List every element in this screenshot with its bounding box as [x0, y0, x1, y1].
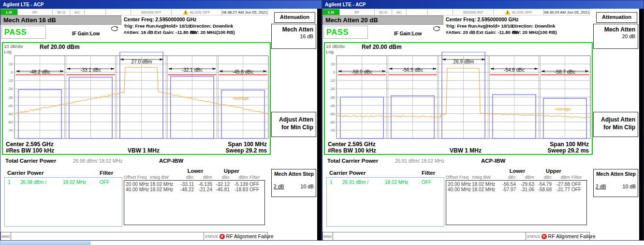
warning-icon: [505, 10, 510, 15]
lower-group-header: Lower: [499, 168, 536, 174]
status-area: STATUS RF Alignment Failure: [204, 232, 268, 241]
lxi-indicator: LXI: [0, 9, 18, 15]
carrier-index: 1: [330, 180, 342, 185]
offset-cell: -57.97: [499, 187, 517, 193]
svg-text:Average: Average: [233, 96, 249, 101]
bw-info: BW: 20 MHz(100 RB): [190, 30, 235, 35]
svg-text:-48.2 dBc: -48.2 dBc: [29, 69, 50, 75]
spectrum-window: 10 dB/div Log Ref 20.00 dBm 100-10-20-30…: [2, 42, 271, 155]
offset-cell: -54.79: [536, 181, 553, 187]
scale-per-div-label: 10 dB/div: [326, 44, 345, 49]
offset-cell: -33.11: [177, 181, 195, 187]
softkey-mech-atten-step[interactable]: Mech Atten Step 2 dB 10 dB: [593, 169, 638, 197]
status-impedance: 50 Ω: [375, 9, 392, 15]
col-header: Offset Freq: [124, 174, 150, 181]
offset-cell: 18.02 MHz: [150, 181, 177, 187]
total-carrier-power-label: Total Carrier Power: [327, 158, 378, 164]
col-header: Offset Freq: [446, 174, 472, 181]
scale-per-div-label: 10 dB/div: [4, 44, 23, 49]
span-annotation: Span 100 MHz: [550, 141, 589, 148]
status-align: ALIGN OFF: [172, 9, 222, 15]
softkey-adjust-atten[interactable]: Adjust Atten for Min Clip: [271, 112, 316, 137]
status-message: RF Alignment Failure: [226, 233, 274, 239]
message-bar: MSG STATUS RF Alignment Failure: [322, 232, 590, 241]
offset-cell: -56.54: [499, 181, 517, 187]
softkey-mech-atten[interactable]: Mech Atten 20 dB: [593, 24, 638, 49]
svg-text:-58.7 dBc: -58.7 dBc: [555, 69, 575, 75]
carrier-power-header: Carrier Power: [7, 170, 44, 176]
align-off-text: ALIGN OFF: [190, 10, 210, 15]
softkey-menu-title: Attenuation: [596, 12, 637, 23]
avg-hold-info: Avg|Hold> 10/10: [155, 23, 190, 29]
offset-cell: -6.135: [195, 181, 214, 187]
softkey-menu-title: Attenuation: [274, 12, 315, 23]
step-option-10db[interactable]: 10 dB: [623, 184, 636, 189]
col-header: dBc: [536, 174, 553, 181]
offset-cell: -29.63: [517, 181, 536, 187]
atten-info: #Atten: 16 dB: [124, 30, 153, 35]
carrier-row: 1 26.91 dBm / 18.02 MHz OFF: [330, 180, 441, 185]
col-header: dBm: [517, 174, 536, 181]
trigger-info: Trig: Free Run: [124, 23, 155, 29]
offset-cell: -31.77: [553, 187, 571, 193]
mech-atten-step-label: Mech Atten Step: [596, 171, 636, 177]
offset-cell: 40.00 MHz: [124, 187, 150, 193]
offset-cell: -27.88: [553, 181, 571, 187]
mech-atten-value: 20 dB: [596, 33, 635, 39]
offset-cell: OFF: [571, 187, 585, 193]
step-option-10db[interactable]: 10 dB: [301, 184, 314, 189]
svg-text:-10: -10: [7, 78, 13, 83]
softkey-mech-atten-step[interactable]: Mech Atten Step 2 dB 10 dB: [271, 169, 316, 197]
offset-cell: 18.02 MHz: [472, 187, 499, 193]
bw-row: #Res BW 100 kHz VBW 1 MHz Sweep 29.2 ms: [3, 147, 270, 153]
svg-text:-70: -70: [329, 128, 335, 133]
status-blank-2: [428, 9, 453, 15]
ref-level-label: Ref 20.00 dBm: [40, 44, 80, 50]
col-header: Filter: [571, 174, 585, 181]
window-titlebar[interactable]: Agilent LTE - ACP: [322, 0, 644, 9]
window-titlebar[interactable]: Agilent LTE - ACP: [0, 0, 322, 9]
softkey-mech-atten[interactable]: Mech Atten 16 dB: [271, 24, 316, 49]
spectrum-chart: 100-10-20-30-40-50-60-70Average-48.2 dBc…: [3, 52, 270, 141]
lxi-indicator: LXI: [322, 9, 340, 15]
center-freq-info: Center Freq: 2.595000000 GHz: [446, 16, 519, 22]
status-align: ALIGN OFF: [494, 9, 544, 15]
offset-table: Lower Upper Offset Freq Integ BW dBc dBm…: [446, 168, 587, 193]
total-carrier-power-value: 26.98 dBm/ 18.02 MHz: [73, 158, 122, 164]
col-header: dBc: [214, 174, 231, 181]
direction-info: Direction: Downlink: [190, 23, 233, 29]
softkey-adjust-atten[interactable]: Adjust Atten for Min Clip: [593, 112, 638, 137]
upper-group-header: Upper: [214, 168, 249, 174]
analyzer-screen-1: Agilent LTE - ACP LXI RF 50 Ω AC SENSE:I…: [322, 0, 644, 241]
offset-cell: 40.00 MHz: [446, 187, 472, 193]
window-title: Agilent LTE - ACP: [3, 2, 44, 7]
total-carrier-power-value: 26.91 dBm/ 18.02 MHz: [395, 158, 444, 164]
offset-cell: 20.00 MHz: [446, 181, 472, 187]
offset-cell: OFF: [571, 181, 585, 187]
ref-level-label: Ref 20.00 dBm: [362, 44, 402, 50]
window-fragment: [0, 242, 90, 245]
carrier-power-value: 26.98 dBm /: [20, 180, 63, 185]
status-label: STATUS: [527, 235, 540, 238]
sweep-annotation: Sweep 29.2 ms: [226, 147, 267, 154]
analyzer-screen-0: Agilent LTE - ACP LXI RF 50 Ω AC SENSE:I…: [0, 0, 322, 241]
status-blank-1: [407, 9, 428, 15]
avg-hold-info: Avg|Hold> 10/10: [477, 23, 512, 29]
trigger-info: Trig: Free Run: [446, 23, 477, 29]
offset-table: Lower Upper Offset Freq Integ BW dBc dBm…: [124, 168, 265, 193]
error-icon: [542, 234, 547, 239]
mech-atten-label: Mech Atten: [596, 26, 635, 33]
msg-content: [333, 232, 526, 241]
col-header: dBc: [499, 174, 517, 181]
offset-cell: -31.06: [517, 187, 536, 193]
step-option-2db[interactable]: 2 dB: [596, 184, 606, 189]
warning-icon: [183, 10, 188, 15]
center-freq-annotation: Center 2.595 GHz: [6, 141, 54, 148]
step-option-2db[interactable]: 2 dB: [274, 184, 284, 189]
svg-text:-33.1 dBc: -33.1 dBc: [80, 67, 101, 73]
upper-group-header: Upper: [536, 168, 571, 174]
msg-label: MSG: [0, 232, 11, 241]
status-bar: LXI RF 50 Ω AC SENSE:INT ALIGN OFF 08:39…: [322, 9, 590, 15]
center-freq-info: Center Freq: 2.595000000 GHz: [124, 16, 197, 22]
svg-text:-54.8 dBc: -54.8 dBc: [504, 67, 525, 73]
